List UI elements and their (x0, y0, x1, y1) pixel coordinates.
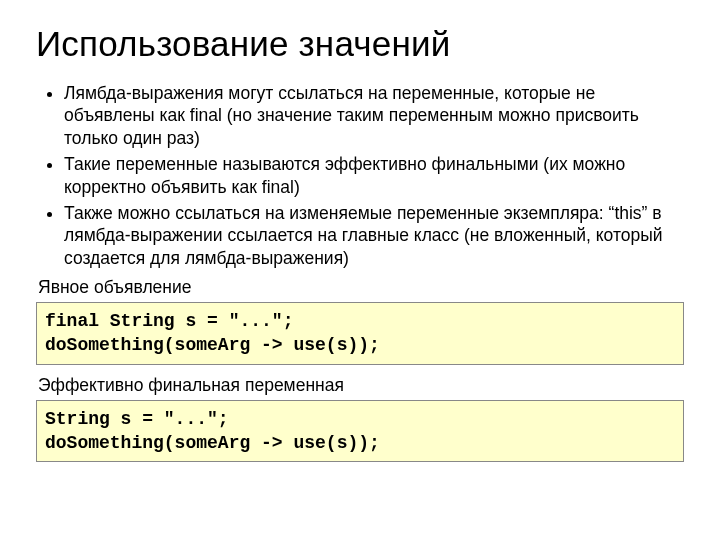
section-label-effectively-final: Эффективно финальная переменная (38, 375, 684, 396)
slide-title: Использование значений (36, 24, 684, 64)
list-item: Такие переменные называются эффективно ф… (64, 153, 684, 198)
list-item: Также можно ссылаться на изменяемые пере… (64, 202, 684, 269)
bullet-list: Лямбда-выражения могут ссылаться на пере… (36, 82, 684, 269)
code-block-effectively-final: String s = "..."; doSomething(someArg ->… (36, 400, 684, 463)
section-label-explicit: Явное объявление (38, 277, 684, 298)
slide: Использование значений Лямбда-выражения … (0, 0, 720, 540)
list-item: Лямбда-выражения могут ссылаться на пере… (64, 82, 684, 149)
code-block-explicit: final String s = "..."; doSomething(some… (36, 302, 684, 365)
